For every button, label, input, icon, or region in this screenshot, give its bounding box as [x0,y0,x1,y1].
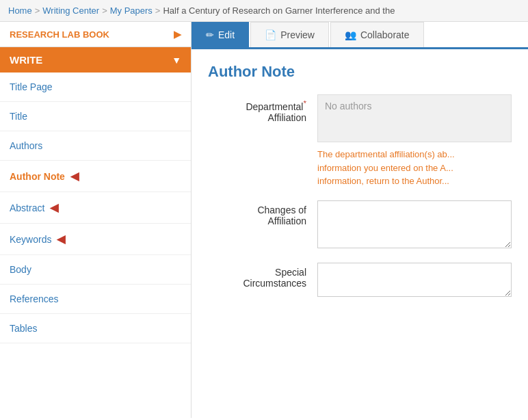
main-content: ✏ Edit 📄 Preview 👥 Collaborate Author No… [192,22,528,418]
departmental-affiliation-field: No authors The departmental affiliation(… [317,94,512,188]
tab-edit[interactable]: ✏ Edit [192,22,249,47]
required-asterisk: * [303,99,306,107]
sidebar-item-keywords[interactable]: Keywords ◀ [0,224,191,255]
author-note-arrow-icon: ◀ [70,170,79,183]
special-circumstances-field [317,263,512,299]
tab-preview[interactable]: 📄 Preview [250,22,329,47]
breadcrumb-sep-1: > [35,5,40,16]
sidebar-research-lab[interactable]: RESEARCH LAB BOOK ▶ [0,22,191,47]
sidebar-item-tables[interactable]: Tables [0,314,191,343]
sidebar-item-author-note[interactable]: Author Note ◀ [0,161,191,192]
abstract-arrow-icon: ◀ [50,201,58,214]
special-circumstances-label: SpecialCircumstances [208,263,317,289]
sidebar-item-label: Title [10,111,27,122]
tab-collaborate[interactable]: 👥 Collaborate [330,22,424,47]
sidebar-item-label: Tables [10,323,37,334]
breadcrumb-writing-center[interactable]: Writing Center [42,5,99,16]
form-row-changes-of-affiliation: Changes ofAffiliation [208,200,512,250]
breadcrumb-sep-2: > [102,5,107,16]
changes-of-affiliation-input[interactable] [317,200,512,248]
sidebar-item-label: Keywords [10,234,51,245]
content-area: Author Note Departmental*Affiliation No … [192,49,528,418]
sidebar-item-references[interactable]: References [0,285,191,314]
breadcrumb-my-papers[interactable]: My Papers [110,5,153,16]
no-authors-text: No authors [325,101,371,111]
breadcrumb-home[interactable]: Home [8,5,32,16]
page-title: Author Note [208,63,512,81]
sidebar-write-header[interactable]: WRITE ▼ [0,47,191,73]
write-label: WRITE [10,54,42,66]
sidebar-item-label: Author Note [10,171,65,182]
keywords-arrow-icon: ◀ [57,233,65,246]
sidebar: RESEARCH LAB BOOK ▶ WRITE ▼ Title Page T… [0,22,192,418]
breadcrumb-paper-title: Half a Century of Research on Garner Int… [163,5,395,16]
departmental-affiliation-label: Departmental*Affiliation [208,94,317,123]
sidebar-item-body[interactable]: Body [0,255,191,285]
research-lab-label: RESEARCH LAB BOOK [10,29,109,40]
no-authors-box: No authors [317,94,512,142]
file-icon: 📄 [265,29,276,40]
sidebar-item-label: Abstract [10,202,44,213]
tabs-bar: ✏ Edit 📄 Preview 👥 Collaborate [192,22,528,49]
changes-of-affiliation-label: Changes ofAffiliation [208,200,317,226]
form-row-departmental-affiliation: Departmental*Affiliation No authors The … [208,94,512,188]
users-icon: 👥 [345,29,356,40]
sidebar-item-label: References [10,293,59,304]
sidebar-item-label: Body [10,264,31,275]
sidebar-item-label: Authors [10,140,42,151]
form-row-special-circumstances: SpecialCircumstances [208,263,512,299]
breadcrumb: Home > Writing Center > My Papers > Half… [0,0,528,22]
pencil-icon: ✏ [206,29,214,40]
sidebar-item-title[interactable]: Title [0,102,191,131]
tab-preview-label: Preview [280,29,315,40]
sidebar-item-label: Title Page [10,81,53,92]
changes-of-affiliation-field [317,200,512,250]
special-circumstances-input[interactable] [317,263,512,297]
write-dropdown-icon: ▼ [172,55,181,66]
tab-edit-label: Edit [218,29,235,40]
sidebar-item-title-page[interactable]: Title Page [0,73,191,102]
sidebar-item-abstract[interactable]: Abstract ◀ [0,192,191,224]
affiliation-help-text: The departmental affiliation(s) ab... in… [317,148,512,188]
research-lab-arrow-icon: ▶ [174,29,181,40]
breadcrumb-sep-3: > [155,5,161,16]
tab-collaborate-label: Collaborate [360,29,410,40]
sidebar-item-authors[interactable]: Authors [0,131,191,161]
